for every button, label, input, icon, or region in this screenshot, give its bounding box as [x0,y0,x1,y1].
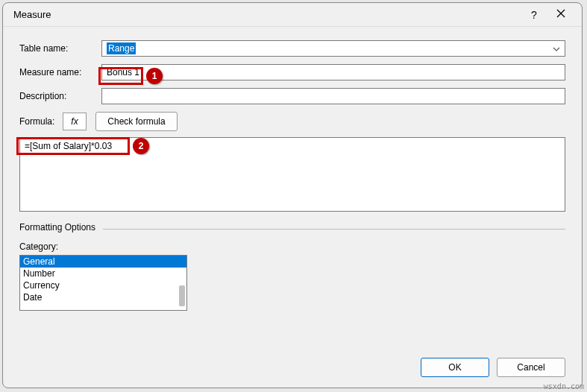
list-item[interactable]: General [20,256,186,268]
fx-icon: fx [71,116,78,127]
annotation-callout-2: 2 [133,138,149,154]
table-name-row: Table name: Range [19,40,565,57]
close-icon [556,9,565,18]
close-button[interactable] [547,9,574,20]
ok-button[interactable]: OK [421,358,489,377]
dialog-title: Measure [13,9,521,20]
annotation-callout-1: 1 [146,68,163,84]
measure-name-label: Measure name: [19,67,101,78]
category-listbox[interactable]: General Number Currency Date [19,255,187,311]
fx-button[interactable]: fx [63,113,87,130]
description-input[interactable] [101,88,565,104]
category-section: Category: General Number Currency Date [19,241,565,311]
description-label: Description: [19,91,101,101]
help-button[interactable]: ? [521,9,547,21]
list-item[interactable]: Date [20,291,186,303]
title-bar: Measure ? [3,3,582,27]
dialog-footer: OK Cancel [3,349,582,388]
table-name-value: Range [107,42,136,54]
cancel-button[interactable]: Cancel [497,358,565,377]
check-formula-button[interactable]: Check formula [95,112,178,131]
chevron-down-icon [553,44,560,56]
scrollbar-thumb[interactable] [179,285,185,306]
dialog-content: Table name: Range Measure name: Descript… [3,27,582,349]
formula-text: =[Sum of Salary]*0.03 [25,141,112,151]
list-item[interactable]: Number [20,268,186,279]
divider [103,229,565,230]
measure-name-input[interactable] [101,64,565,80]
measure-name-row: Measure name: [19,64,565,80]
measure-dialog: Measure ? Table name: Range Measure name… [2,2,583,388]
table-name-label: Table name: [19,43,101,54]
list-item[interactable]: Currency [20,279,186,291]
description-row: Description: [19,88,565,104]
formula-textarea[interactable]: =[Sum of Salary]*0.03 [19,137,565,212]
category-label: Category: [19,241,565,252]
formatting-options-header: Formatting Options [19,222,565,233]
table-name-select[interactable]: Range [101,40,565,57]
watermark: wsxdn.com [544,382,584,391]
formula-row: Formula: fx Check formula [19,112,565,131]
formatting-options-label: Formatting Options [19,222,95,233]
